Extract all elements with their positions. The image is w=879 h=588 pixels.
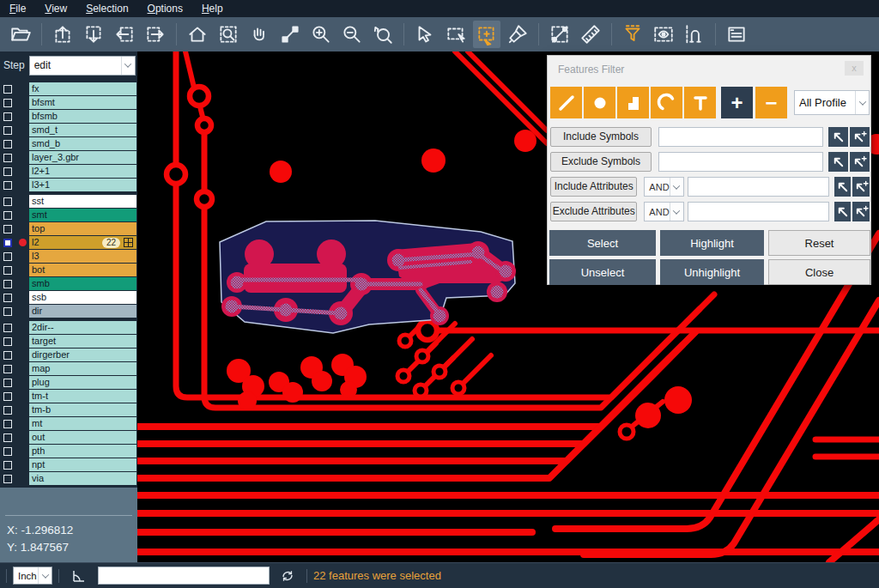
layer-chip-pth[interactable]: pth — [29, 445, 136, 458]
layer-chip-smb[interactable]: smb — [29, 277, 136, 290]
layer-chip-npt[interactable]: npt — [29, 458, 136, 471]
layer-row-l3+1[interactable]: l3+1 — [0, 179, 137, 191]
layer-checkbox[interactable] — [3, 197, 12, 206]
menu-item-selection[interactable]: Selection — [76, 0, 137, 17]
layer-checkbox[interactable] — [3, 461, 12, 470]
pick-add-from-canvas-button[interactable] — [852, 177, 870, 197]
command-input[interactable] — [98, 567, 270, 585]
pick-add-from-canvas-button[interactable] — [850, 127, 870, 147]
layer-row-smd_b[interactable]: smd_b — [0, 137, 137, 150]
menu-item-file[interactable]: File — [0, 0, 35, 17]
and-or-select[interactable]: AND — [644, 177, 683, 197]
remove-filter-button[interactable]: − — [755, 87, 787, 118]
snap-mode-button[interactable] — [681, 21, 708, 48]
filter-surface-button[interactable] — [617, 87, 649, 118]
filter-arc-button[interactable] — [651, 87, 682, 118]
layer-chip-bfsmt[interactable]: bfsmt — [29, 96, 136, 109]
zoom-window-button[interactable] — [215, 21, 242, 48]
layer-row-top[interactable]: top — [0, 222, 137, 235]
refresh-icon[interactable] — [280, 568, 295, 584]
layer-chip-smd_b[interactable]: smd_b — [29, 137, 136, 150]
layer-checkbox[interactable] — [3, 294, 12, 302]
layer-checkbox[interactable] — [3, 420, 12, 428]
layer-chip-l3[interactable]: l3 — [29, 250, 136, 263]
include-attributes-input[interactable] — [688, 177, 829, 197]
zoom-out-button[interactable] — [338, 21, 366, 48]
ruler-button[interactable] — [577, 21, 604, 48]
menu-item-options[interactable]: Options — [138, 0, 192, 17]
layer-chip-l3+1[interactable]: l3+1 — [29, 179, 136, 191]
zoom-previous-button[interactable] — [369, 21, 397, 48]
layer-checkbox[interactable] — [3, 167, 12, 176]
zoom-in-button[interactable] — [307, 21, 335, 48]
include-attributes-button[interactable]: Include Attributes — [550, 177, 637, 197]
exclude-symbols-input[interactable] — [658, 152, 823, 172]
layer-checkbox[interactable] — [3, 181, 12, 190]
clear-brush-button[interactable] — [504, 21, 531, 48]
close-button[interactable]: Close — [768, 259, 870, 285]
layer-chip-smd_t[interactable]: smd_t — [29, 124, 136, 136]
pick-add-from-canvas-button[interactable] — [852, 202, 870, 221]
layer-row-bfsmb[interactable]: bfsmb — [0, 110, 137, 123]
layer-chip-map[interactable]: map — [29, 362, 136, 375]
layer-chip-smt[interactable]: smt — [29, 209, 136, 221]
layer-checkbox[interactable] — [3, 211, 12, 220]
pick-from-canvas-button[interactable] — [834, 202, 852, 221]
profile-select[interactable]: All Profile — [794, 90, 870, 115]
layer-row-layer_3.gbr[interactable]: layer_3.gbr — [0, 151, 137, 164]
layer-row-pth[interactable]: pth — [0, 445, 137, 458]
add-filter-button[interactable]: + — [721, 87, 753, 118]
layer-row-tm-t[interactable]: tm-t — [0, 390, 137, 403]
layer-chip-sst[interactable]: sst — [29, 195, 136, 208]
move-left-button[interactable] — [111, 21, 138, 48]
matrix-icon[interactable] — [124, 238, 133, 247]
menu-item-help[interactable]: Help — [192, 0, 233, 17]
select-button[interactable]: Select — [549, 230, 656, 256]
and-or-select[interactable]: AND — [644, 202, 683, 221]
layer-chip-top[interactable]: top — [29, 222, 136, 235]
layer-chip-dir[interactable]: dir — [29, 305, 136, 318]
layer-chip-out[interactable]: out — [29, 431, 136, 444]
layer-checkbox[interactable] — [3, 154, 12, 162]
exclude-symbols-button[interactable]: Exclude Symbols — [550, 152, 652, 172]
layer-checkbox[interactable] — [3, 99, 12, 107]
layer-checkbox[interactable] — [3, 252, 12, 261]
layer-row-dirgerber[interactable]: dirgerber — [0, 349, 137, 361]
measure-line-button[interactable] — [546, 21, 573, 48]
layer-checkbox[interactable] — [3, 126, 12, 135]
layer-row-out[interactable]: out — [0, 431, 137, 444]
layer-row-smb[interactable]: smb — [0, 277, 137, 290]
layer-chip-tm-t[interactable]: tm-t — [29, 390, 136, 403]
layer-row-sst[interactable]: sst — [0, 195, 137, 208]
layer-row-smt[interactable]: smt — [0, 209, 137, 221]
layer-checkbox[interactable] — [3, 140, 12, 149]
pan-hand-button[interactable] — [246, 21, 273, 48]
layer-chip-bot[interactable]: bot — [29, 264, 136, 276]
pick-add-from-canvas-button[interactable] — [850, 152, 870, 172]
layer-checkbox[interactable] — [3, 239, 12, 247]
layer-checkbox[interactable] — [3, 112, 12, 121]
layer-checkbox[interactable] — [3, 365, 12, 373]
layer-row-fx[interactable]: fx — [0, 82, 137, 95]
layer-chip-layer_3.gbr[interactable]: layer_3.gbr — [29, 151, 136, 164]
pick-from-canvas-button[interactable] — [828, 152, 848, 172]
features-filter-button[interactable] — [619, 21, 646, 48]
layer-chip-fx[interactable]: fx — [29, 82, 136, 95]
layer-chip-plug[interactable]: plug — [29, 376, 136, 389]
layer-row-smd_t[interactable]: smd_t — [0, 124, 137, 136]
layer-checkbox[interactable] — [3, 337, 12, 346]
layer-row-plug[interactable]: plug — [0, 376, 137, 389]
filter-pad-button[interactable] — [584, 87, 615, 118]
layer-chip-mt[interactable]: mt — [29, 417, 136, 430]
layer-row-bot[interactable]: bot — [0, 264, 137, 276]
exclude-attributes-input[interactable] — [688, 202, 829, 221]
move-up-button[interactable] — [49, 21, 76, 48]
menu-item-view[interactable]: View — [35, 0, 76, 17]
move-down-button[interactable] — [80, 21, 107, 48]
layer-row-mt[interactable]: mt — [0, 417, 137, 430]
layer-row-via[interactable]: via — [0, 472, 137, 485]
include-symbols-input[interactable] — [658, 127, 823, 147]
open-folder-button[interactable] — [7, 21, 34, 48]
layer-chip-l2+1[interactable]: l2+1 — [29, 165, 136, 178]
unhighlight-button[interactable]: Unhighlight — [660, 259, 764, 285]
